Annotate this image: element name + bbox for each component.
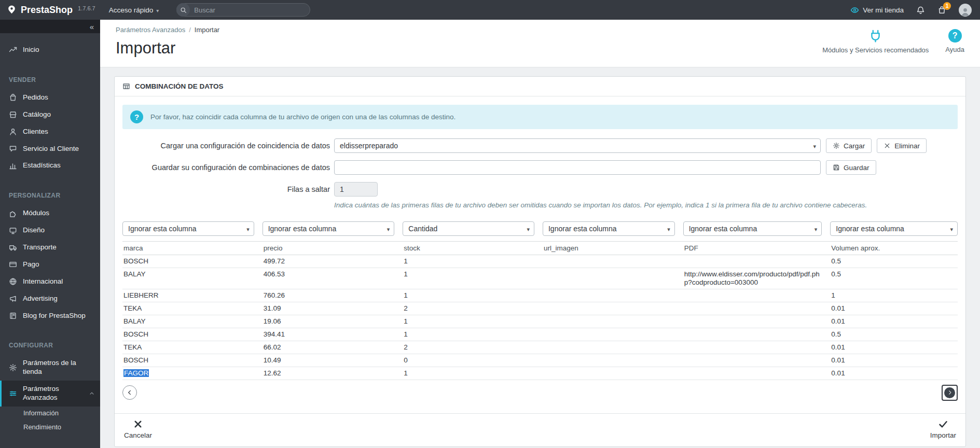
page-title: Importar [116,38,219,59]
column-select-2[interactable]: Ignorar esta columna [263,221,395,236]
scroll-left-button[interactable] [122,385,137,400]
recommended-modules-label: Módulos y Servicios recomendados [822,46,929,54]
view-shop-link[interactable]: Ver mi tienda [850,6,904,15]
collapse-icon: « [90,23,94,31]
bag-icon [9,93,17,102]
load-config-selected-value: eldisserpreparado [340,142,398,150]
skip-rows-label: Filas a saltar [122,185,330,193]
column-select-6[interactable]: Ignorar esta columna [830,221,958,236]
breadcrumb: Parámetros Avanzados/Importar [116,26,219,34]
save-icon [833,164,840,171]
panel-header: COMBINACIÓN DE DATOS [115,77,965,96]
import-button[interactable]: Importar [930,419,956,439]
column-select-3[interactable]: Cantidad [403,221,534,236]
quick-access-dropdown[interactable]: Acceso rápido [109,6,159,14]
column-select-4[interactable]: Ignorar esta columna [543,221,675,236]
table-row: BOSCH10.4900.01 [122,354,958,367]
breadcrumb-current: Importar [195,26,219,34]
sidebar-item-catalogo[interactable]: Catálogo [0,106,100,123]
sidebar-subitem-informacion[interactable]: Información [0,407,100,421]
load-config-label: Cargar una configuración de coincidencia… [122,142,330,150]
caret-down-icon [156,6,159,14]
sidebar-nav: InicioVENDERPedidosCatálogoClientesServi… [0,33,100,448]
sidebar-subitem-rendimiento[interactable]: Rendimiento [0,421,100,435]
table-row: TEKA31.0920.01 [122,302,958,315]
search-icon[interactable] [176,3,190,17]
book-icon [9,312,17,320]
sidebar-section-configurar: CONFIGURAR [0,324,100,355]
breadcrumb-parent[interactable]: Parámetros Avanzados [116,26,185,34]
save-config-label: Guardar su configuración de combinacione… [122,163,330,172]
info-alert-text: Por favor, haz coincidir cada columna de… [150,113,456,121]
question-circle-icon [130,110,143,123]
chevron-down-icon [815,225,818,233]
sidebar-item-pedidos[interactable]: Pedidos [0,89,100,106]
check-icon [938,419,948,429]
delete-button[interactable]: Eliminar [877,138,927,153]
avatar-icon [960,7,970,17]
card-icon [9,260,17,269]
table-row: LIEBHERR760.2611 [122,289,958,302]
chevron-down-icon [246,225,250,233]
table-row: BALAY19.0610.01 [122,315,958,328]
search-input[interactable] [190,6,305,14]
sidebar-item-parametros-de-la-tienda[interactable]: Parámetros de la tienda [0,355,100,381]
avatar[interactable] [959,4,972,17]
sidebar-item-advertising[interactable]: Advertising [0,290,100,307]
eye-icon [850,6,859,15]
cogs-icon [833,142,840,149]
data-matching-panel: COMBINACIÓN DE DATOS Por favor, haz coin… [114,76,966,447]
sidebar-item-modulos[interactable]: Módulos [0,205,100,222]
page-header: Parámetros Avanzados/Importar Importar M… [100,20,980,67]
panel-footer: Cancelar Importar [115,413,965,446]
table-header-row: marcapreciostockurl_imagenPDFVolumen apr… [122,241,958,255]
arrow-right-icon [944,387,955,398]
sidebar-item-clientes[interactable]: Clientes [0,123,100,141]
topbar: PrestaShop 1.7.6.7 Acceso rápido Ver mi … [0,0,980,20]
breadcrumb-separator: / [189,26,191,34]
save-config-input[interactable] [334,160,821,175]
plugin-icon [868,29,882,43]
table-row: BALAY406.531http://www.eldisser.com/prod… [122,268,958,289]
sidebar-item-transporte[interactable]: Transporte [0,239,100,256]
sidebar-item-servicio-al-cliente[interactable]: Servicio al Cliente [0,141,100,158]
megaphone-icon [9,295,17,303]
chevron-left-icon [126,389,133,396]
header-links: Módulos y Servicios recomendados Ayuda [822,26,964,54]
chevron-down-icon [527,225,530,233]
chevron-down-icon [387,225,390,233]
orders-notifications-button[interactable]: 1 [937,6,946,15]
column-header-stock: stock [403,241,543,255]
scroll-right-button[interactable] [942,385,958,401]
stats-icon [9,162,17,170]
page-body: COMBINACIÓN DE DATOS Por favor, haz coin… [100,67,980,448]
sidebar-item-inicio[interactable]: Inicio [0,41,100,59]
sidebar-collapse-button[interactable]: « [0,20,100,33]
recommended-modules-link[interactable]: Módulos y Servicios recomendados [822,29,929,54]
gear-icon [9,363,17,372]
sidebar-item-internacional[interactable]: Internacional [0,273,100,290]
column-header-marca: marca [122,241,263,255]
sidebar-item-estadisticas[interactable]: Estadísticas [0,157,100,174]
topbar-right: Ver mi tienda 1 [850,4,972,17]
save-button[interactable]: Guardar [826,160,876,175]
sidebar-item-blog-for-prestashop[interactable]: Blog for PrestaShop [0,307,100,325]
sidebar-item-diseno[interactable]: Diseño [0,222,100,239]
chevron-down-icon [667,225,670,233]
help-link[interactable]: Ayuda [945,29,964,53]
load-config-select[interactable]: eldisserpreparado [334,138,821,153]
cancel-button[interactable]: Cancelar [124,419,152,439]
sidebar-item-parametros-avanzados[interactable]: Parámetros Avanzados [0,381,100,407]
prestashop-logo[interactable]: PrestaShop 1.7.6.7 [6,5,95,16]
skip-rows-help: Indica cuántas de las primeras filas de … [334,201,958,210]
sidebar-item-pago[interactable]: Pago [0,256,100,273]
settings-icon [9,389,17,398]
notifications-button[interactable] [916,6,925,15]
table-row: BOSCH499.7210.5 [122,255,958,268]
x-icon [884,142,891,149]
column-select-5[interactable]: Ignorar esta columna [683,221,822,236]
help-label: Ayuda [945,46,964,53]
skip-rows-input[interactable] [334,182,378,197]
load-button[interactable]: Cargar [826,138,872,153]
column-select-1[interactable]: Ignorar esta columna [122,221,254,236]
